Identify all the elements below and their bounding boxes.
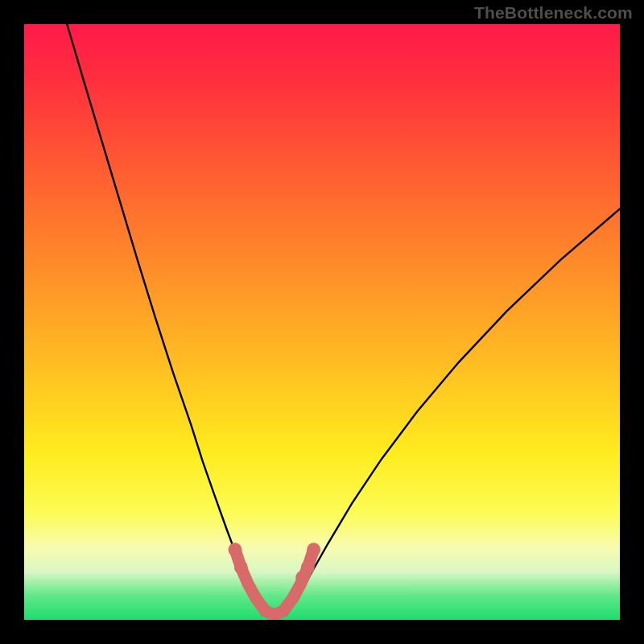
curve-layer xyxy=(24,24,620,620)
marker-dot xyxy=(234,560,248,574)
marker-dot xyxy=(295,571,309,584)
bottleneck-curve-right xyxy=(287,208,620,615)
marker-dot xyxy=(307,543,320,556)
marker-dot xyxy=(228,543,242,556)
plot-area xyxy=(24,24,620,620)
bottleneck-curve-left xyxy=(67,24,262,615)
watermark-text: TheBottleneck.com xyxy=(474,3,633,23)
chart-frame: TheBottleneck.com xyxy=(0,0,644,644)
